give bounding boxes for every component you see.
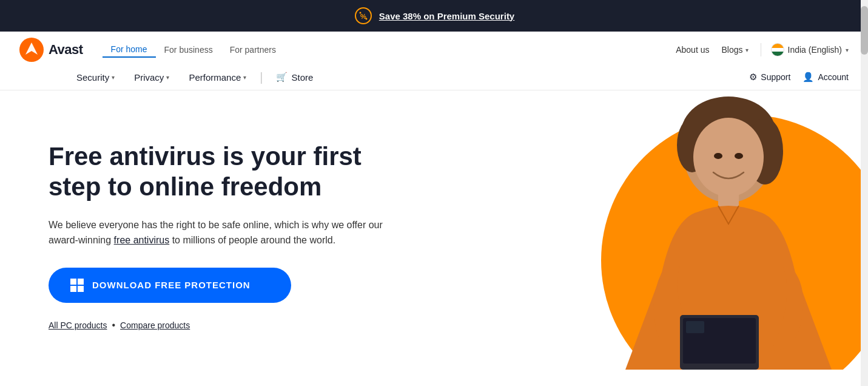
support-link[interactable]: ⚙ Support <box>749 72 790 83</box>
nav-bottom-right: ⚙ Support 👤 Account <box>749 72 849 83</box>
all-pc-products-link[interactable]: All PC products <box>49 320 107 330</box>
store-link[interactable]: 🛒 Store <box>267 64 321 90</box>
footer-links: All PC products • Compare products <box>49 320 528 331</box>
nav-for-partners[interactable]: For partners <box>221 42 284 57</box>
svg-point-15 <box>735 153 743 159</box>
nav-bottom-left: Security ▾ Privacy ▾ Performance ▾ | 🛒 S… <box>68 64 321 90</box>
about-us-link[interactable]: About us <box>676 45 709 55</box>
privacy-nav-item[interactable]: Privacy ▾ <box>126 65 178 90</box>
svg-point-2 <box>359 12 361 14</box>
account-icon: 👤 <box>802 72 814 83</box>
top-banner: % Save 38% on Premium Security <box>0 0 868 32</box>
free-antivirus-link[interactable]: free antivirus <box>114 235 170 245</box>
privacy-chevron-icon: ▾ <box>166 74 169 81</box>
svg-rect-6 <box>78 279 84 285</box>
nav-right-top: About us Blogs ▾ India (English) ▾ <box>676 43 849 56</box>
hero-title: Free antivirus is your first step to onl… <box>49 141 412 203</box>
svg-rect-5 <box>70 279 76 285</box>
logo-text: Avast <box>49 42 83 58</box>
svg-rect-8 <box>78 286 84 292</box>
cart-icon: 🛒 <box>276 72 288 83</box>
svg-rect-7 <box>70 286 76 292</box>
language-chevron-icon: ▾ <box>846 47 849 53</box>
blogs-chevron-icon: ▾ <box>745 47 749 53</box>
hero-section: Free antivirus is your first step to onl… <box>0 90 868 370</box>
logo[interactable]: Avast <box>19 38 83 62</box>
hero-left: Free antivirus is your first step to onl… <box>0 90 553 370</box>
performance-chevron-icon: ▾ <box>243 74 246 81</box>
language-selector[interactable]: India (English) ▾ <box>761 43 849 56</box>
svg-rect-19 <box>686 321 704 333</box>
security-chevron-icon: ▾ <box>112 74 115 81</box>
account-link[interactable]: 👤 Account <box>802 72 849 83</box>
security-nav-item[interactable]: Security ▾ <box>68 65 123 90</box>
hero-person-image <box>601 90 856 370</box>
compare-products-link[interactable]: Compare products <box>120 320 190 330</box>
india-flag-icon <box>771 43 784 56</box>
nav-for-home[interactable]: For home <box>103 42 156 58</box>
svg-point-14 <box>714 153 722 159</box>
svg-point-3 <box>365 18 367 20</box>
discount-icon: % <box>354 6 373 25</box>
scrollbar-thumb[interactable] <box>861 6 868 55</box>
hero-subtitle: We believe everyone has the right to be … <box>49 217 400 248</box>
avast-logo-icon <box>19 38 44 62</box>
nav-for-business[interactable]: For business <box>156 42 221 57</box>
scrollbar[interactable] <box>861 0 868 370</box>
nav-divider: | <box>260 70 263 84</box>
svg-point-13 <box>693 118 764 197</box>
nav-bottom-row: Security ▾ Privacy ▾ Performance ▾ | 🛒 S… <box>19 64 849 90</box>
top-nav-links: For home For business For partners <box>103 42 284 58</box>
windows-icon <box>70 279 84 292</box>
download-button[interactable]: DOWNLOAD FREE PROTECTION <box>49 268 291 303</box>
blogs-dropdown[interactable]: Blogs ▾ <box>721 45 748 55</box>
main-navigation: Avast For home For business For partners… <box>0 32 868 90</box>
banner-link[interactable]: Save 38% on Premium Security <box>379 11 514 21</box>
performance-nav-item[interactable]: Performance ▾ <box>180 65 255 90</box>
hero-right <box>553 90 868 370</box>
support-icon: ⚙ <box>749 72 757 83</box>
